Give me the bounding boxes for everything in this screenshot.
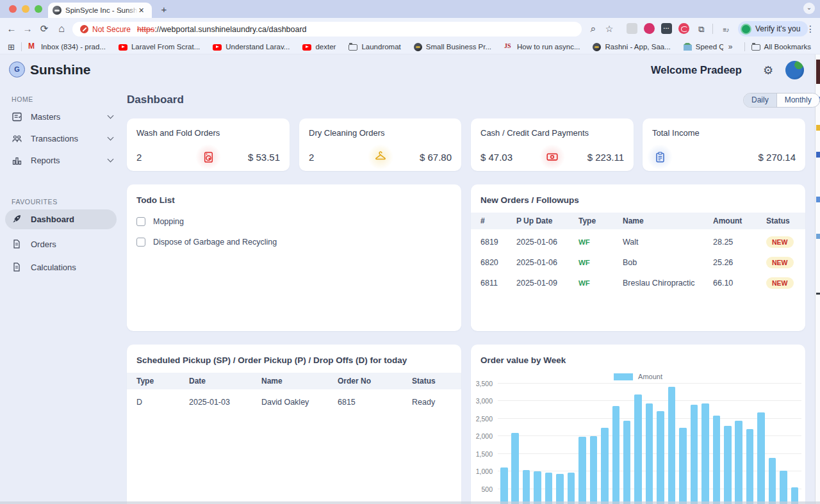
stat-card-total-income: Total Income $ 270.14: [643, 118, 805, 171]
settings-gear-icon[interactable]: [763, 63, 773, 77]
brand[interactable]: G Sunshine: [9, 61, 91, 77]
col-header: Order No: [338, 377, 412, 386]
bookmark-label: How to run async...: [517, 43, 580, 51]
bookmark-item[interactable]: Inbox (834) - prad...: [28, 43, 106, 51]
sidebar-item-label: Dashboard: [31, 215, 108, 224]
bookmark-label: Speed Queen 808...: [696, 43, 723, 51]
chart-bar: [578, 437, 586, 504]
all-bookmarks-label: All Bookmarks: [764, 43, 812, 51]
document-icon: [12, 262, 22, 273]
new-tab-button[interactable]: [158, 3, 170, 16]
chart-bar: [523, 470, 530, 504]
checkbox[interactable]: [136, 217, 145, 226]
browser-menu-icon[interactable]: [805, 23, 816, 35]
bookmark-item[interactable]: Speed Queen 808...: [684, 43, 723, 51]
checkbox[interactable]: [136, 238, 145, 247]
reports-barchart-icon: [12, 155, 22, 166]
bookmark-label: dexter: [315, 43, 336, 51]
transactions-people-icon: [12, 133, 22, 144]
extension-icon-2[interactable]: [644, 23, 655, 34]
window-minimize-button[interactable]: [22, 5, 29, 13]
tab-close-icon[interactable]: [138, 6, 144, 15]
stat-title: Total Income: [652, 128, 700, 138]
bookmark-item[interactable]: Laundromat: [348, 43, 400, 51]
sidebar-item-masters[interactable]: Masters: [0, 106, 122, 127]
sidebar-item-dashboard[interactable]: Dashboard: [5, 209, 117, 229]
col-header: Status: [412, 377, 461, 386]
window-close-button[interactable]: [9, 5, 17, 13]
gmail-icon: [28, 43, 37, 51]
bookmark-item[interactable]: Understand Larav...: [213, 43, 290, 51]
cell-amount: 28.25: [713, 238, 766, 247]
extension-icon-1[interactable]: [627, 23, 637, 34]
bookmark-star-icon[interactable]: [603, 23, 615, 35]
bookmark-item[interactable]: Rashni - App, Saa...: [593, 43, 670, 51]
tab-favicon: [53, 6, 62, 15]
stat-card-dry-cleaning: Dry Cleaning Orders 2 $ 67.80: [299, 118, 461, 171]
table-row[interactable]: D 2025-01-03 David Oakley 6815 Ready: [127, 392, 461, 412]
chart-bar: [679, 428, 687, 504]
sidebar-item-label: Transactions: [31, 134, 108, 143]
apps-grid-icon[interactable]: [8, 42, 15, 52]
monthly-button[interactable]: Monthly: [776, 93, 819, 107]
extension-icon-3[interactable]: [661, 23, 672, 34]
bookmarks-list: Inbox (834) - prad...Laravel From Scrat.…: [28, 43, 723, 51]
home-icon[interactable]: [55, 22, 68, 35]
not-secure-label[interactable]: Not Secure: [92, 25, 131, 34]
sidebar-item-orders[interactable]: Orders: [0, 233, 122, 255]
scheduled-title: Scheduled Pickup (SP) / Order Pickup (P)…: [136, 355, 407, 365]
bookmark-label: Understand Larav...: [226, 43, 290, 51]
stat-card-wash-fold: Wash and Fold Orders 2 $ 53.51: [127, 118, 290, 171]
bookmark-label: Laundromat: [361, 43, 400, 51]
extension-icon-4[interactable]: [678, 23, 689, 34]
sidebar: HOME Masters Transactions Reports: [0, 86, 122, 503]
clipboard-icon: [647, 144, 673, 170]
col-header: Date: [189, 377, 261, 386]
tab-groups-icon[interactable]: [720, 23, 732, 35]
table-row[interactable]: 6819 2025-01-06 WF Walt 28.25 NEW: [471, 232, 805, 252]
stat-cash-amount: $ 47.03: [480, 152, 512, 163]
bookmark-item[interactable]: How to run async...: [504, 43, 580, 51]
reload-icon[interactable]: [38, 22, 51, 35]
user-avatar[interactable]: [785, 61, 804, 79]
bookmark-item[interactable]: Small Business Pr...: [414, 43, 491, 51]
tab-strip-chevron-icon[interactable]: [803, 3, 815, 14]
new-orders-title: New Orders / Followups: [480, 195, 579, 205]
chart-bar: [769, 458, 776, 504]
bookmark-item[interactable]: dexter: [302, 43, 336, 51]
stat-count: 2: [136, 152, 142, 163]
not-secure-icon: [80, 25, 88, 33]
cell-amount: 25.26: [713, 258, 766, 267]
chart-bar: [568, 473, 575, 504]
gridline: [498, 400, 801, 401]
todo-item: Dispose of Garbage and Recycling: [136, 236, 277, 248]
welcome-text: Welcome Pradeep: [651, 64, 742, 76]
folder-icon: [751, 44, 760, 51]
search-icon[interactable]: [587, 23, 599, 35]
back-icon[interactable]: [5, 22, 18, 35]
sidebar-item-reports[interactable]: Reports: [0, 149, 122, 171]
table-row[interactable]: 6811 2025-01-09 WF Breslau Chiropractic …: [471, 273, 805, 293]
sidebar-item-transactions[interactable]: Transactions: [0, 127, 122, 149]
y-axis-tick: 1,500: [476, 450, 493, 458]
browser-tab[interactable]: SpinSycle Inc - Sunshine Lau: [48, 3, 152, 18]
profile-button[interactable]: Verify it's you: [738, 21, 808, 37]
address-bar[interactable]: Not Secure https ://webportal.sunshinela…: [72, 22, 582, 37]
period-toggle: Daily Monthly: [743, 93, 820, 108]
table-row[interactable]: 6820 2025-01-06 WF Bob 25.26 NEW: [471, 252, 805, 273]
profile-avatar-icon: [741, 24, 751, 35]
all-bookmarks-button[interactable]: All Bookmarks: [751, 43, 812, 51]
bookmarks-overflow-icon[interactable]: [728, 42, 733, 51]
forward-icon[interactable]: [21, 22, 34, 35]
extensions-puzzle-icon[interactable]: [696, 23, 707, 35]
todo-item: Mopping: [136, 215, 184, 228]
bookmark-item[interactable]: Laravel From Scrat...: [119, 43, 200, 51]
chart-bar: [601, 428, 609, 504]
stat-amount: $ 53.51: [248, 152, 280, 163]
cell-id: 6819: [480, 238, 516, 247]
sidebar-item-label: Masters: [31, 112, 108, 122]
sidebar-item-calculations[interactable]: Calculations: [0, 256, 122, 278]
daily-button[interactable]: Daily: [744, 93, 776, 107]
chart-bar: [623, 421, 631, 504]
window-zoom-button[interactable]: [35, 5, 42, 13]
